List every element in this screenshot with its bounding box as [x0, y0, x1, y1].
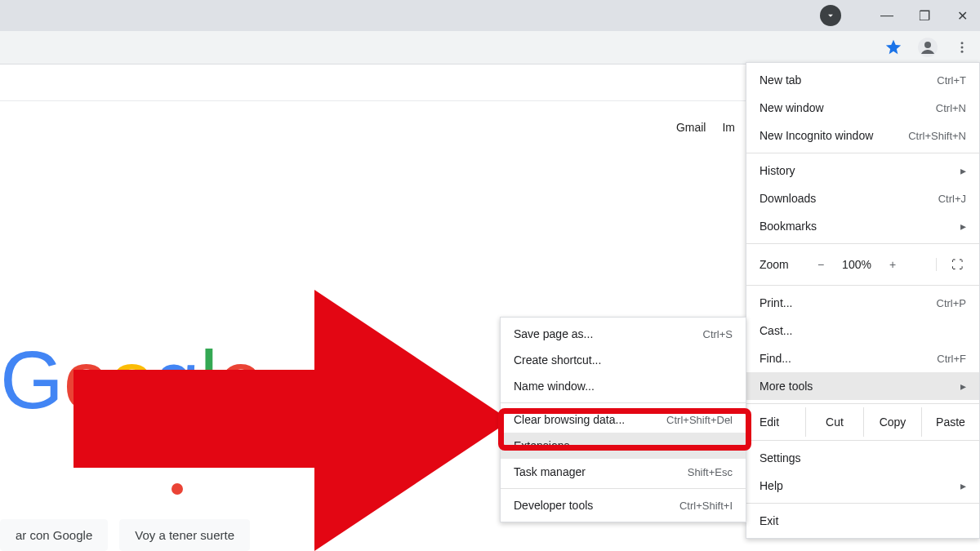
menu-item-label: Bookmarks [760, 220, 817, 233]
menu-item-label: Create shortcut... [514, 353, 601, 367]
logo-letter: g [154, 339, 200, 420]
menu-item-label: Name window... [514, 380, 595, 393]
menu-item-label: Developer tools [514, 499, 593, 512]
paste-button[interactable]: Paste [921, 407, 979, 437]
chevron-right-icon: ▸ [960, 220, 966, 233]
menu-item-zoom: Zoom − 100% + ⛶ [746, 247, 979, 282]
menu-separator [746, 403, 979, 404]
submenu-item-namewindow[interactable]: Name window... [501, 373, 746, 399]
logo-letter: o [109, 339, 154, 420]
logo-letter: o [64, 339, 109, 420]
fullscreen-icon[interactable]: ⛶ [936, 258, 969, 271]
voice-search-icon[interactable] [172, 483, 183, 495]
profile-avatar-icon[interactable] [916, 36, 939, 59]
menu-item-find[interactable]: Find... Ctrl+F [746, 344, 979, 372]
menu-item-label: Help [760, 479, 783, 492]
bookmark-star-icon[interactable] [882, 36, 905, 59]
menu-item-shortcut: Ctrl+J [938, 193, 966, 205]
menu-item-label: More tools [760, 380, 813, 393]
images-link[interactable]: Im [722, 121, 735, 134]
menu-separator [746, 153, 979, 153]
menu-separator [746, 285, 979, 286]
close-button[interactable]: ✕ [951, 4, 973, 27]
menu-item-downloads[interactable]: Downloads Ctrl+J [746, 184, 979, 212]
submenu-item-taskmanager[interactable]: Task manager Shift+Esc [501, 459, 746, 485]
feeling-lucky-button[interactable]: Voy a tener suerte [119, 519, 250, 551]
menu-item-label: Task manager [514, 465, 586, 478]
copy-button[interactable]: Copy [863, 407, 921, 437]
edit-label: Edit [760, 415, 805, 429]
menu-item-label: New Incognito window [760, 129, 873, 142]
menu-item-shortcut: Shift+Esc [688, 466, 733, 478]
toolbar [0, 31, 980, 64]
menu-item-edit: Edit Cut Copy Paste [746, 407, 979, 437]
menu-item-label: History [760, 164, 795, 177]
menu-item-help[interactable]: Help ▸ [746, 472, 979, 500]
chevron-right-icon: ▸ [960, 164, 966, 177]
zoom-value: 100% [835, 258, 879, 271]
submenu-item-extensions[interactable]: Extensions [501, 433, 746, 459]
cut-button[interactable]: Cut [805, 407, 863, 437]
submenu-item-clearbrowsing[interactable]: Clear browsing data... Ctrl+Shift+Del [501, 407, 746, 433]
menu-separator [746, 440, 979, 441]
menu-item-label: Extensions [514, 439, 569, 452]
menu-item-label: Save page as... [514, 327, 593, 340]
svg-point-1 [924, 42, 931, 48]
page-top-links: Gmail Im [676, 121, 735, 134]
menu-separator [746, 243, 979, 244]
window-titlebar: — ❐ ✕ [0, 0, 980, 31]
menu-item-label: New window [760, 101, 824, 114]
menu-item-shortcut: Ctrl+P [937, 297, 966, 309]
menu-item-shortcut: Ctrl+Shift+I [679, 500, 733, 512]
google-search-button[interactable]: ar con Google [0, 519, 108, 551]
maximize-button[interactable]: ❐ [913, 4, 936, 27]
zoom-out-button[interactable]: − [807, 258, 835, 271]
menu-item-moretools[interactable]: More tools ▸ [746, 372, 979, 400]
google-logo: G o o g l e [0, 339, 264, 420]
menu-item-history[interactable]: History ▸ [746, 157, 979, 184]
menu-item-bookmarks[interactable]: Bookmarks ▸ [746, 212, 979, 240]
chevron-right-icon: ▸ [960, 380, 966, 393]
logo-letter: G [0, 339, 64, 420]
menu-item-label: Exit [760, 514, 778, 527]
menu-separator [746, 503, 979, 504]
submenu-item-devtools[interactable]: Developer tools Ctrl+Shift+I [501, 492, 746, 518]
menu-item-exit[interactable]: Exit [746, 507, 979, 535]
menu-item-shortcut: Ctrl+F [937, 353, 966, 365]
menu-item-shortcut: Ctrl+Shift+N [908, 130, 966, 142]
download-indicator-icon[interactable] [820, 5, 841, 26]
menu-item-cast[interactable]: Cast... [746, 317, 979, 344]
menu-item-label: New tab [760, 73, 801, 87]
zoom-in-button[interactable]: + [879, 258, 906, 271]
menu-separator [501, 402, 746, 403]
kebab-menu-icon[interactable] [951, 36, 973, 59]
menu-item-incognito[interactable]: New Incognito window Ctrl+Shift+N [746, 122, 979, 149]
submenu-item-createshortcut[interactable]: Create shortcut... [501, 347, 746, 373]
chevron-right-icon: ▸ [960, 479, 966, 492]
logo-letter: l [200, 339, 218, 420]
svg-point-4 [961, 51, 964, 53]
menu-item-shortcut: Ctrl+Shift+Del [666, 414, 733, 426]
menu-item-label: Settings [760, 451, 801, 464]
chrome-main-menu: New tab Ctrl+T New window Ctrl+N New Inc… [746, 62, 980, 539]
menu-item-shortcut: Ctrl+T [937, 74, 966, 87]
zoom-label: Zoom [760, 258, 807, 271]
menu-item-shortcut: Ctrl+S [703, 328, 733, 340]
menu-item-newwindow[interactable]: New window Ctrl+N [746, 94, 979, 122]
menu-item-shortcut: Ctrl+N [936, 102, 966, 114]
menu-item-label: Clear browsing data... [514, 413, 625, 426]
menu-item-label: Downloads [760, 192, 816, 205]
menu-separator [501, 488, 746, 489]
more-tools-submenu: Save page as... Ctrl+S Create shortcut..… [500, 317, 746, 522]
menu-item-label: Print... [760, 296, 792, 309]
svg-point-2 [961, 42, 964, 44]
menu-item-settings[interactable]: Settings [746, 444, 979, 472]
svg-point-3 [961, 47, 964, 49]
menu-item-newtab[interactable]: New tab Ctrl+T [746, 66, 979, 94]
menu-item-label: Cast... [760, 324, 792, 337]
gmail-link[interactable]: Gmail [676, 121, 706, 134]
minimize-button[interactable]: — [875, 4, 898, 27]
submenu-item-savepage[interactable]: Save page as... Ctrl+S [501, 321, 746, 347]
menu-item-print[interactable]: Print... Ctrl+P [746, 289, 979, 317]
logo-letter: e [218, 339, 264, 420]
